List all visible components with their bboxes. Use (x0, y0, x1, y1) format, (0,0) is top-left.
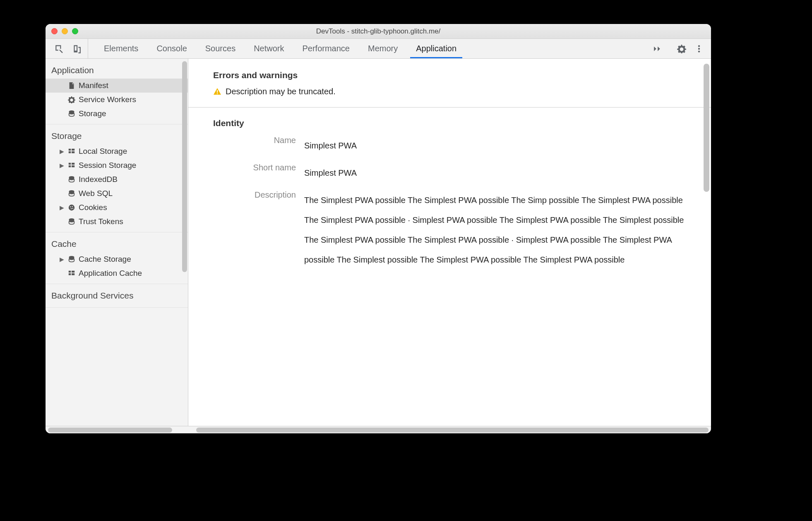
sidebar-item-label: Session Storage (79, 161, 184, 170)
tab-application[interactable]: Application (407, 39, 466, 58)
scrollbar-spacer (177, 428, 191, 433)
sidebar-item-cookies[interactable]: ▶Cookies (46, 201, 188, 215)
inspect-element-icon[interactable] (53, 43, 65, 55)
warning-icon (213, 88, 221, 96)
sidebar-item-label: Manifest (79, 81, 184, 90)
identity-name-label: Name (213, 136, 296, 155)
identity-heading: Identity (213, 118, 711, 128)
tab-network[interactable]: Network (245, 39, 293, 58)
cookie-icon (68, 204, 75, 211)
sidebar-item-trust-tokens[interactable]: ▶Trust Tokens (46, 215, 188, 229)
bottom-scroll-region (46, 426, 711, 433)
sidebar-section-cache: Cache (46, 236, 188, 252)
identity-name-row: Name Simplest PWA (213, 136, 711, 155)
tab-sources[interactable]: Sources (196, 39, 245, 58)
tab-elements[interactable]: Elements (95, 39, 147, 58)
grid-icon (68, 162, 75, 169)
identity-name-value: Simplest PWA (304, 136, 711, 155)
identity-description-label: Description (213, 190, 296, 270)
sidebar-h-scrollbar[interactable] (48, 428, 172, 433)
sidebar-section-storage: Storage (46, 128, 188, 144)
sidebar-item-service-workers[interactable]: ▶Service Workers (46, 93, 188, 107)
content-h-scrollbar[interactable] (196, 428, 709, 433)
sidebar-item-label: Cookies (79, 203, 184, 212)
toggle-device-icon[interactable] (70, 43, 83, 55)
identity-shortname-row: Short name Simplest PWA (213, 163, 711, 183)
db-icon (68, 218, 75, 225)
tab-performance[interactable]: Performance (293, 39, 359, 58)
tab-console[interactable]: Console (147, 39, 196, 58)
gear-icon (68, 96, 75, 103)
titlebar: DevTools - stitch-glib-typhoon.glitch.me… (46, 24, 711, 39)
sidebar-item-web-sql[interactable]: ▶Web SQL (46, 186, 188, 201)
content-scrollbar[interactable] (704, 64, 709, 192)
manifest-panel: Errors and warnings Description may be t… (188, 59, 711, 426)
db-icon (68, 110, 75, 117)
settings-icon[interactable] (675, 43, 688, 55)
window-title: DevTools - stitch-glib-typhoon.glitch.me… (46, 27, 711, 36)
divider (188, 107, 711, 108)
sidebar-item-label: Cache Storage (79, 255, 184, 264)
db-icon (68, 176, 75, 183)
warning-text: Description may be truncated. (226, 87, 336, 96)
file-icon (68, 82, 75, 89)
sidebar-item-manifest[interactable]: ▶Manifest (46, 79, 188, 93)
sidebar-item-cache-storage[interactable]: ▶Cache Storage (46, 252, 188, 266)
more-tabs-icon[interactable] (651, 43, 663, 55)
disclosure-triangle-icon[interactable]: ▶ (59, 204, 65, 211)
devtools-window: DevTools - stitch-glib-typhoon.glitch.me… (46, 24, 711, 433)
sidebar-item-application-cache[interactable]: ▶Application Cache (46, 266, 188, 280)
sidebar-item-label: Storage (79, 109, 184, 118)
db-icon (68, 190, 75, 197)
disclosure-triangle-icon[interactable]: ▶ (59, 148, 65, 155)
warning-row: Description may be truncated. (213, 87, 711, 96)
sidebar-item-label: IndexedDB (79, 175, 184, 184)
sidebar-item-label: Service Workers (79, 95, 184, 104)
tab-memory[interactable]: Memory (359, 39, 407, 58)
db-icon (68, 256, 75, 263)
sidebar-scrollbar[interactable] (182, 61, 187, 272)
grid-icon (68, 270, 75, 277)
identity-shortname-label: Short name (213, 163, 296, 183)
sidebar-item-indexeddb[interactable]: ▶IndexedDB (46, 172, 188, 186)
disclosure-triangle-icon[interactable]: ▶ (59, 256, 65, 263)
sidebar-item-label: Web SQL (79, 189, 184, 198)
sidebar-section-application: Application (46, 62, 188, 79)
sidebar-item-session-storage[interactable]: ▶Session Storage (46, 158, 188, 172)
panel-tabs: ElementsConsoleSourcesNetworkPerformance… (88, 39, 649, 58)
grid-icon (68, 148, 75, 155)
identity-description-row: Description The Simplest PWA possible Th… (213, 190, 711, 270)
identity-shortname-value: Simplest PWA (304, 163, 711, 183)
sidebar-item-local-storage[interactable]: ▶Local Storage (46, 144, 188, 158)
identity-description-value: The Simplest PWA possible The Simplest P… (304, 190, 711, 270)
panel-body: Application▶Manifest▶Service Workers▶Sto… (46, 59, 711, 426)
sidebar-item-label: Trust Tokens (79, 217, 184, 226)
sidebar-item-label: Application Cache (79, 269, 184, 278)
sidebar-section-background-services: Background Services (46, 287, 188, 304)
errors-heading: Errors and warnings (213, 70, 711, 80)
sidebar-item-label: Local Storage (79, 147, 184, 156)
more-menu-icon[interactable] (693, 43, 705, 55)
disclosure-triangle-icon[interactable]: ▶ (59, 162, 65, 169)
sidebar-item-storage[interactable]: ▶Storage (46, 107, 188, 121)
devtools-toolbar: ElementsConsoleSourcesNetworkPerformance… (46, 39, 711, 59)
application-sidebar: Application▶Manifest▶Service Workers▶Sto… (46, 59, 188, 426)
